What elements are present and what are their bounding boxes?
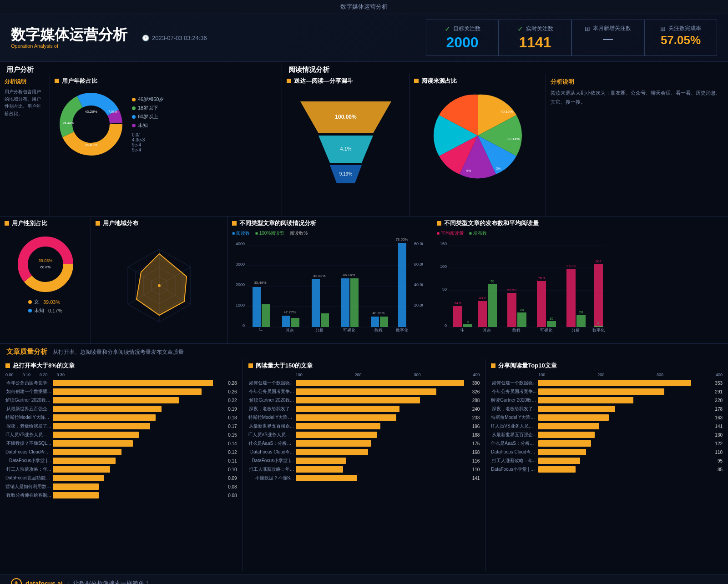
svg-marker-35 <box>136 254 187 315</box>
radar-wrap <box>96 230 222 341</box>
stat-completion-value: 57.05% <box>657 33 704 47</box>
age-chart-panel: 用户年龄占比 43.26% 24.44% <box>50 74 282 216</box>
svg-text:5%: 5% <box>496 167 500 170</box>
reading-analysis-panel: 阅读情况分析 送达—阅读—分享漏斗 100.00% 4.1% <box>282 62 728 216</box>
svg-rect-93 <box>517 312 526 327</box>
list-item: 今年公务员国考竞争...291 <box>491 388 723 395</box>
list-item: DataFocus小学堂 | 场...85 <box>491 466 723 473</box>
svg-text:34.6: 34.6 <box>454 301 461 305</box>
svg-rect-82 <box>453 306 462 327</box>
list-item: 如何创建一个数据驱...0.26 <box>5 388 237 395</box>
svg-text:教程: 教程 <box>512 328 521 332</box>
svg-text:2000: 2000 <box>236 282 245 287</box>
top-bar: 数字媒体运营分析 <box>0 0 728 14</box>
row1: 用户分析 分析说明 用户分析包含用户的地域分布、用户性别占比、用户年龄占比。 用… <box>0 62 728 216</box>
age-chart-content: 43.26% 24.44% 24.61% 7.08% 46岁和60岁 <box>55 88 277 161</box>
list-item: 深夜，老板给我发了...0.17 <box>5 423 237 429</box>
article-section-title: 文章质量分析 <box>6 347 47 356</box>
svg-text:50: 50 <box>442 287 447 292</box>
svg-text:0: 0 <box>243 323 245 328</box>
stat-realtime-value: 1141 <box>512 34 558 51</box>
list-item: 深夜，老板给我发了...240 <box>248 406 480 412</box>
stat-new-value: — <box>585 33 631 45</box>
svg-text:5: 5 <box>467 320 469 324</box>
read-count-panel: 阅读量大于150的文章 100200300400 如何创建一个数据驱...390… <box>243 359 486 571</box>
svg-text:教程: 教程 <box>374 328 383 332</box>
svg-rect-52 <box>262 304 270 327</box>
svg-text:分析: 分析 <box>315 328 324 332</box>
svg-text:4000: 4000 <box>236 242 245 246</box>
svg-rect-107 <box>594 264 603 327</box>
list-item: DataFocus Cloud今日...110 <box>491 449 723 455</box>
svg-text:43.2: 43.2 <box>479 296 486 300</box>
list-item: 特斯拉Model Y大降价...163 <box>491 414 723 421</box>
list-item: IT人员VS业务人员辩...188 <box>248 432 480 438</box>
gender-chart-wrap: 39.03% 60.8% 女 39.03% 未知 0.17% <box>5 230 86 316</box>
svg-text:10: 10 <box>550 317 554 321</box>
check-icon-1: ✓ <box>445 25 450 33</box>
page-title: 数字媒体运营分析 <box>11 27 127 43</box>
list-item: DataFocus小学堂 |...116 <box>248 458 480 464</box>
reading-section-title: 阅读情况分析 <box>288 65 329 73</box>
svg-rect-60 <box>321 313 329 327</box>
svg-text:104: 104 <box>595 259 602 263</box>
list-item: 解读Gartner 2020数据...0.22 <box>5 397 237 403</box>
list-item: 不懂数据？不懂S...141 <box>248 475 480 481</box>
user-note-panel: 分析说明 用户分析包含用户的地域分布、用户性别占比、用户年龄占比。 <box>0 74 50 216</box>
svg-text:数字化: 数字化 <box>592 328 605 332</box>
svg-rect-97 <box>537 281 546 327</box>
svg-text:其余: 其余 <box>483 328 491 332</box>
svg-text:56.58: 56.58 <box>507 288 517 292</box>
share-top10-panel: 分享阅读量Top10文章 100200300400 如何创建一个数据驱...35… <box>485 359 728 571</box>
svg-rect-51 <box>253 287 261 327</box>
svg-rect-64 <box>350 278 359 327</box>
source-pie-svg: 40.16% 20.14% 5% 5% <box>432 90 523 181</box>
reading-section-header: 阅读情况分析 <box>282 62 728 74</box>
top-bar-title: 数字媒体运营分析 <box>340 3 388 10</box>
user-section-title: 用户分析 <box>6 65 34 73</box>
svg-text:可视化: 可视化 <box>343 328 355 332</box>
list-item: 解读Gartner 2020数据...220 <box>491 397 723 403</box>
share-axis: 100200300400 <box>491 373 723 377</box>
svg-text:20: 20 <box>579 310 583 314</box>
list-item: IT人员VS业务人员辩...141 <box>491 423 723 429</box>
svg-text:100: 100 <box>440 264 447 269</box>
share-bars: 如何创建一个数据驱...353今年公务员国考竞争...291解读Gartner … <box>491 380 723 473</box>
svg-point-22 <box>29 248 62 281</box>
svg-text:20.00%: 20.00% <box>414 303 423 307</box>
article-section-sub: 从打开率、总阅读量和分享阅读情况考量发布文章质量 <box>53 348 184 356</box>
legend-age1: 46岁和60岁 <box>132 96 164 103</box>
svg-rect-83 <box>463 324 472 327</box>
age-legend: 46岁和60岁 18岁以下 60岁以上 <box>132 96 164 152</box>
svg-text:47.77%: 47.77% <box>283 310 296 314</box>
funnel-panel: 送达—阅读—分享漏斗 100.00% 4.1% 9.19% <box>282 74 410 216</box>
stat-realtime-followers: ✓ 实时关注数 1141 <box>499 20 571 56</box>
svg-point-36 <box>158 284 161 287</box>
svg-text:1000: 1000 <box>236 303 245 307</box>
svg-rect-55 <box>282 316 290 327</box>
svg-rect-63 <box>341 278 349 327</box>
svg-rect-71 <box>398 243 406 327</box>
row2: 用户性别占比 39.03% 60.8% 女 39.03% <box>0 216 728 344</box>
header-stats: ✓ 目标关注数 2000 ✓ 实时关注数 1141 ⊞ 本月新增关注数 — ⊞ … <box>426 20 717 56</box>
list-item: 营销人是如何利用数据...0.08 <box>5 483 237 490</box>
open-rate-panel: 总打开率大于8%的文章 0.000.100.200.30 今年公务员国考竞争..… <box>0 359 243 571</box>
list-item: 打工人涨薪攻略：年...110 <box>248 466 480 473</box>
funnel-svg: 100.00% 4.1% 9.19% <box>296 92 396 192</box>
gender-chart-panel: 用户性别占比 39.03% 60.8% 女 39.03% <box>0 216 91 343</box>
user-analysis-panel: 用户分析 分析说明 用户分析包含用户的地域分布、用户性别占比、用户年龄占比。 用… <box>0 62 282 216</box>
svg-rect-87 <box>478 301 487 327</box>
svg-text:73.55%: 73.55% <box>395 238 408 242</box>
funnel-chart: 100.00% 4.1% 9.19% <box>287 88 404 192</box>
reading-content: 送达—阅读—分享漏斗 100.00% 4.1% 9.19% <box>282 74 728 216</box>
age-donut-chart: 43.26% 24.44% 24.61% 7.08% <box>55 88 127 161</box>
svg-text:其余: 其余 <box>286 328 294 332</box>
svg-text:39.03%: 39.03% <box>38 258 52 263</box>
list-item: 今年公务员国考竞争...326 <box>248 388 480 395</box>
age-chart-title: 用户年龄占比 <box>55 77 277 85</box>
svg-text:2: 2 <box>597 321 600 325</box>
list-item: 什么是AaaS：分析即...122 <box>491 440 723 447</box>
svg-text:可视化: 可视化 <box>540 328 552 332</box>
footer-divider: | <box>68 580 70 584</box>
svg-text:20.14%: 20.14% <box>507 137 520 141</box>
